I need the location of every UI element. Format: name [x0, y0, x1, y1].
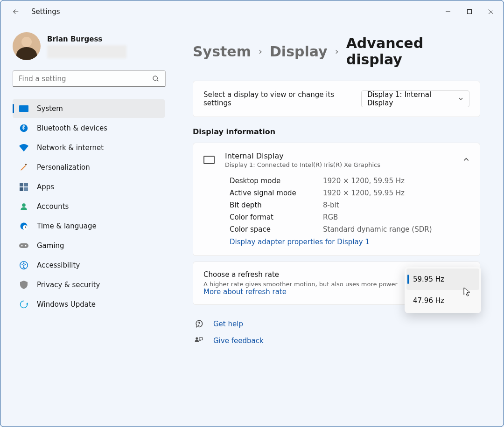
- refresh-sub: A higher rate gives smoother motion, but…: [203, 281, 413, 296]
- kv-key: Bit depth: [230, 201, 304, 209]
- bluetooth-icon: [19, 124, 28, 133]
- kv-key: Color space: [230, 225, 304, 234]
- main-content: System › Display › Advanced display Sele…: [169, 23, 504, 427]
- nav-gaming[interactable]: Gaming: [13, 236, 165, 255]
- refresh-more-link[interactable]: More about refresh rate: [203, 288, 287, 296]
- nav-privacy[interactable]: Privacy & security: [13, 275, 165, 294]
- update-icon: [19, 300, 28, 309]
- nav-label: Network & internet: [37, 144, 104, 152]
- clock-globe-icon: [19, 221, 28, 231]
- app-title: Settings: [31, 7, 60, 16]
- svg-rect-21: [199, 337, 203, 340]
- apps-icon: [19, 182, 28, 192]
- nav-personalization[interactable]: Personalization: [13, 158, 165, 177]
- minimize-button[interactable]: [437, 4, 459, 19]
- svg-rect-6: [25, 164, 27, 165]
- svg-rect-14: [19, 243, 28, 248]
- refresh-rate-card: Choose a refresh rate A higher rate give…: [193, 262, 480, 305]
- gamepad-icon: [19, 241, 28, 250]
- nav-apps[interactable]: Apps: [13, 178, 165, 196]
- kv-val: 1920 × 1200, 59.95 Hz: [323, 189, 405, 197]
- chevron-right-icon: ›: [335, 46, 339, 57]
- system-icon: [19, 104, 28, 113]
- svg-point-15: [21, 245, 23, 247]
- get-help-link[interactable]: Get help: [213, 320, 243, 328]
- select-display-label: Select a display to view or change its s…: [203, 90, 352, 107]
- crumb-display[interactable]: Display: [270, 43, 328, 60]
- nav-label: Accessibility: [37, 261, 80, 269]
- wifi-icon: [19, 143, 28, 152]
- feedback-row[interactable]: Give feedback: [193, 336, 480, 346]
- search-input[interactable]: [13, 70, 166, 87]
- nav-label: Windows Update: [37, 300, 96, 309]
- svg-rect-8: [24, 183, 28, 186]
- chevron-down-icon: [458, 96, 463, 102]
- search-field[interactable]: [19, 75, 152, 83]
- svg-rect-10: [24, 187, 28, 191]
- nav-label: Gaming: [37, 241, 64, 250]
- nav-label: Privacy & security: [37, 281, 100, 289]
- refresh-rate-popup: 59.95 Hz 47.96 Hz: [405, 267, 481, 313]
- display-name: Internal Display: [225, 152, 380, 160]
- nav-label: Personalization: [37, 163, 90, 172]
- svg-point-11: [22, 203, 26, 207]
- display-info-body: Desktop mode1920 × 1200, 59.95 Hz Active…: [193, 177, 480, 255]
- svg-rect-9: [20, 187, 23, 191]
- kv-val: 1920 × 1200, 59.95 Hz: [323, 177, 405, 185]
- nav-list: System Bluetooth & devices Network & int…: [13, 99, 165, 314]
- search-icon: [152, 75, 160, 83]
- svg-point-20: [196, 337, 198, 340]
- cursor-icon: [463, 287, 471, 296]
- nav-update[interactable]: Windows Update: [13, 295, 165, 314]
- avatar: [13, 32, 41, 60]
- svg-rect-1: [468, 10, 472, 14]
- nav-accounts[interactable]: Accounts: [13, 197, 165, 216]
- nav-label: Accounts: [37, 202, 69, 211]
- svg-rect-4: [19, 105, 28, 112]
- nav-system[interactable]: System: [13, 99, 165, 118]
- sidebar: Brian Burgess System Bluetooth & devices…: [0, 23, 169, 427]
- display-dropdown[interactable]: Display 1: Internal Display: [361, 90, 469, 107]
- display-info-card: Internal Display Display 1: Connected to…: [193, 143, 480, 256]
- adapter-properties-link[interactable]: Display adapter properties for Display 1: [230, 238, 370, 246]
- svg-line-3: [157, 80, 158, 81]
- display-sub: Display 1: Connected to Intel(R) Iris(R)…: [225, 161, 380, 168]
- feedback-link[interactable]: Give feedback: [213, 337, 264, 345]
- svg-point-18: [23, 262, 25, 264]
- kv-val: Standard dynamic range (SDR): [323, 225, 432, 234]
- display-info-header[interactable]: Internal Display Display 1: Connected to…: [193, 143, 480, 177]
- user-name: Brian Burgess: [47, 35, 126, 43]
- nav-network[interactable]: Network & internet: [13, 138, 165, 157]
- nav-label: Time & language: [37, 222, 97, 230]
- nav-label: Apps: [37, 183, 54, 191]
- display-info-heading: Display information: [193, 127, 480, 136]
- maximize-button[interactable]: [459, 4, 480, 19]
- user-block[interactable]: Brian Burgess: [13, 32, 165, 60]
- crumb-system[interactable]: System: [193, 43, 251, 60]
- person-icon: [19, 202, 28, 211]
- brush-icon: [19, 163, 28, 172]
- dropdown-value: Display 1: Internal Display: [367, 90, 452, 107]
- crumb-advanced: Advanced display: [346, 35, 480, 68]
- kv-key: Active signal mode: [230, 189, 304, 197]
- get-help-row[interactable]: Get help: [193, 319, 480, 329]
- accessibility-icon: [19, 261, 28, 270]
- help-icon: [194, 319, 204, 329]
- nav-accessibility[interactable]: Accessibility: [13, 256, 165, 275]
- chevron-right-icon: ›: [259, 46, 262, 57]
- back-button[interactable]: [11, 7, 21, 17]
- kv-key: Desktop mode: [230, 177, 304, 185]
- kv-val: RGB: [323, 213, 338, 221]
- select-display-card: Select a display to view or change its s…: [193, 81, 480, 117]
- svg-point-19: [199, 325, 199, 326]
- kv-val: 8-bit: [323, 201, 339, 209]
- monitor-icon: [203, 156, 215, 164]
- close-button[interactable]: [480, 4, 502, 19]
- breadcrumb: System › Display › Advanced display: [193, 35, 480, 68]
- feedback-icon: [194, 336, 204, 346]
- chevron-up-icon: [463, 156, 469, 165]
- user-email-redacted: [47, 45, 126, 58]
- shield-icon: [19, 280, 28, 289]
- nav-bluetooth[interactable]: Bluetooth & devices: [13, 119, 165, 138]
- nav-time[interactable]: Time & language: [13, 217, 165, 235]
